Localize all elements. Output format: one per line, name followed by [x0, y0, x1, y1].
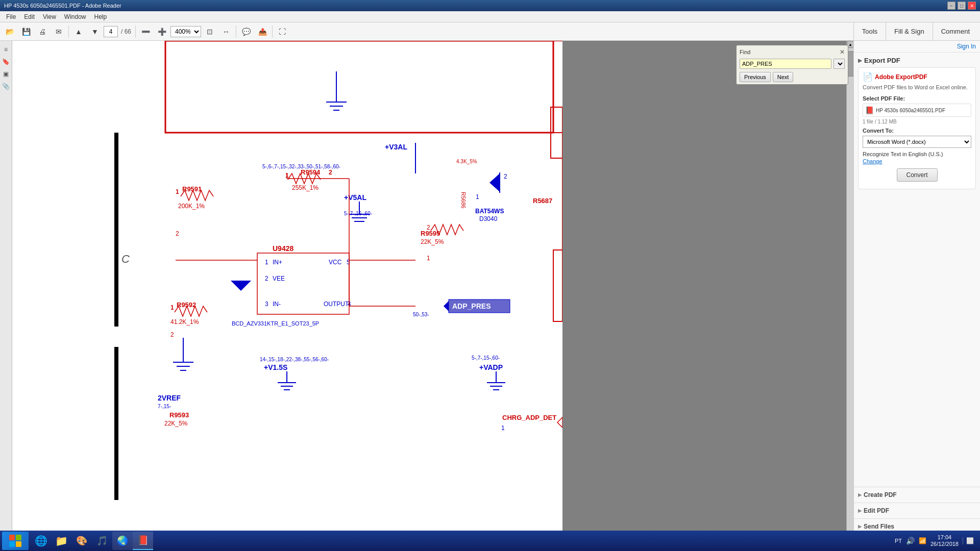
sep3: [236, 26, 236, 38]
svg-text:VCC: VCC: [329, 259, 342, 266]
change-link[interactable]: Change: [863, 158, 971, 164]
fit-width-button[interactable]: ↔: [218, 24, 234, 39]
svg-text:1: 1: [170, 304, 174, 311]
recognize-text-label: Recognize Text in English (U.S.): [863, 151, 943, 157]
start-button[interactable]: [2, 532, 29, 550]
svg-text:2: 2: [504, 173, 507, 180]
title-bar-controls: − □ ✕: [947, 2, 976, 10]
edit-pdf-header[interactable]: ▶ Edit PDF: [858, 507, 976, 514]
find-input-row: ▼: [740, 59, 845, 69]
svg-text:2: 2: [265, 275, 268, 282]
svg-text:IN-: IN-: [273, 300, 281, 308]
create-pdf-label: Create PDF: [864, 491, 897, 498]
open-button[interactable]: 📂: [2, 24, 17, 39]
find-options-dropdown[interactable]: ▼: [834, 59, 845, 69]
export-pdf-label: Export PDF: [864, 57, 900, 64]
main-layout: ≡ 🔖 ▣ 📎: [0, 41, 980, 550]
find-toolbar: Find ✕ ▼ Previous Next: [736, 45, 848, 85]
create-pdf-arrow-icon: ▶: [858, 492, 862, 497]
convert-to-select[interactable]: Microsoft Word (*.docx) Microsoft Excel …: [863, 136, 971, 148]
taskbar-acrobat-button[interactable]: 📕: [133, 532, 153, 550]
send-files-header[interactable]: ▶ Send Files: [858, 523, 976, 530]
taskbar-chrome-button[interactable]: 🌏: [112, 532, 133, 550]
minimize-button[interactable]: −: [947, 2, 955, 10]
toolbar: 📂 💾 🖨 ✉ ▲ ▼ / 66 ➖ ➕ 400% 200% 100% 75% …: [0, 22, 980, 41]
window-title: HP 4530s 6050a2465501.PDF - Adobe Reader: [4, 3, 121, 9]
svg-text:22K_5%: 22K_5%: [164, 420, 188, 427]
prev-page-button[interactable]: ▲: [71, 24, 86, 39]
svg-text:200K_1%: 200K_1%: [178, 203, 205, 210]
export-pdf-section: ▶ Export PDF 📄 Adobe ExportPDF Convert P…: [854, 53, 980, 487]
taskbar-clock[interactable]: 17:04 26/12/2018: [930, 534, 959, 547]
sidebar-thumbnail-icon[interactable]: ≡: [2, 45, 11, 54]
zoom-select[interactable]: 400% 200% 100% 75% 50%: [170, 26, 201, 37]
vertical-scrollbar[interactable]: ▲ ▼: [846, 41, 853, 539]
svg-text:D3040: D3040: [479, 215, 498, 222]
taskbar-language: PT: [895, 538, 902, 544]
find-search-input[interactable]: [740, 59, 831, 69]
menu-edit[interactable]: Edit: [20, 12, 39, 21]
menu-help[interactable]: Help: [90, 12, 111, 21]
taskbar-volume-icon[interactable]: 🔊: [906, 537, 915, 545]
convert-button[interactable]: Convert: [897, 168, 938, 182]
svg-text:+V5AL: +V5AL: [344, 193, 366, 202]
svg-text:CHRG_ADP_DET: CHRG_ADP_DET: [502, 414, 556, 421]
create-pdf-header[interactable]: ▶ Create PDF: [858, 491, 976, 498]
save-button[interactable]: 💾: [18, 24, 34, 39]
taskbar-network-icon[interactable]: 📶: [919, 537, 926, 544]
taskbar-explorer-button[interactable]: 📁: [51, 532, 71, 550]
sidebar-attachment-icon[interactable]: 📎: [2, 82, 11, 91]
svg-text:1: 1: [265, 259, 268, 266]
svg-text:BCD_AZV331KTR_E1_SOT23_5P: BCD_AZV331KTR_E1_SOT23_5P: [232, 320, 319, 327]
export-pdf-header[interactable]: ▶ Export PDF: [858, 57, 976, 64]
find-previous-button[interactable]: Previous: [740, 72, 771, 82]
export-arrow-icon: ▶: [858, 58, 862, 63]
svg-marker-53: [444, 301, 449, 311]
restore-button[interactable]: □: [958, 2, 966, 10]
zoom-out-button[interactable]: ➖: [138, 24, 153, 39]
svg-text:5-,7-,15-,60-: 5-,7-,15-,60-: [472, 355, 500, 361]
svg-text:2VREF: 2VREF: [158, 394, 181, 402]
pdf-file-icon: 📕: [865, 106, 874, 114]
select-file-label: Select PDF File:: [863, 95, 971, 102]
svg-text:3: 3: [265, 300, 268, 308]
find-next-button[interactable]: Next: [773, 72, 794, 82]
share-button[interactable]: 📤: [255, 24, 270, 39]
sign-in-link[interactable]: Sign In: [854, 41, 980, 53]
svg-text:1: 1: [427, 255, 430, 262]
taskbar-media-button[interactable]: 🎵: [92, 532, 112, 550]
page-input[interactable]: [104, 26, 118, 37]
send-files-arrow-icon: ▶: [858, 524, 862, 529]
sidebar-bookmark-icon[interactable]: 🔖: [2, 57, 11, 66]
zoom-in-button[interactable]: ➕: [154, 24, 169, 39]
comment-nav-button[interactable]: Comment: [933, 22, 978, 41]
svg-rect-109: [114, 133, 118, 327]
adobe-exportpdf-desc: Convert PDF files to Word or Excel onlin…: [863, 84, 971, 91]
menu-view[interactable]: View: [39, 12, 60, 21]
svg-text:14-,15-,18-,22-,38-,55-,56-,60: 14-,15-,18-,22-,38-,55-,56-,60-: [260, 357, 329, 362]
selected-file-item[interactable]: 📕 HP 4530s 6050a2465501.PDF: [863, 104, 971, 117]
find-close-button[interactable]: ✕: [840, 48, 845, 56]
fullscreen-button[interactable]: ⛶: [275, 24, 290, 39]
comment-button[interactable]: 💬: [238, 24, 254, 39]
menu-file[interactable]: File: [2, 12, 20, 21]
svg-rect-0: [165, 41, 553, 133]
svg-text:1: 1: [476, 193, 479, 201]
menu-window[interactable]: Window: [60, 12, 90, 21]
next-page-button[interactable]: ▼: [87, 24, 103, 39]
sidebar-layers-icon[interactable]: ▣: [2, 69, 11, 79]
print-button[interactable]: 🖨: [35, 24, 50, 39]
sep4: [272, 26, 273, 38]
taskbar-show-desktop-icon[interactable]: ⬜: [963, 537, 974, 544]
fill-sign-button[interactable]: Fill & Sign: [886, 22, 933, 41]
pdf-brand-icon: 📄: [863, 72, 873, 82]
pdf-content[interactable]: +V3AL 1 R9594 2 255K_1% +V5AL 5-,6-,7-,1…: [12, 41, 853, 550]
left-sidebar: ≡ 🔖 ▣ 📎: [0, 41, 12, 550]
file-size-text: 1 file / 1.12 MB: [863, 119, 971, 124]
taskbar-ie-button[interactable]: 🌐: [31, 532, 51, 550]
tools-button[interactable]: Tools: [853, 22, 886, 41]
email-button[interactable]: ✉: [51, 24, 66, 39]
close-button[interactable]: ✕: [968, 2, 976, 10]
fit-page-button[interactable]: ⊡: [202, 24, 217, 39]
taskbar-paint-button[interactable]: 🎨: [71, 532, 92, 550]
